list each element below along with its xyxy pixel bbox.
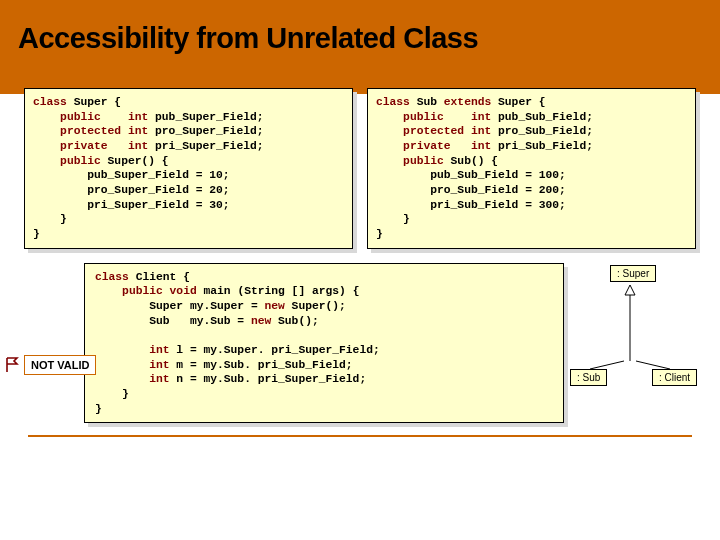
code-box-super: class Super { public int pub_Super_Field… [24, 88, 353, 249]
header-band: Accessibility from Unrelated Class [0, 0, 720, 94]
code-box-client: class Client { public void main (String … [84, 263, 564, 424]
uml-connectors-icon [570, 265, 700, 415]
client-area: class Client { public void main (String … [24, 263, 696, 424]
uml-diagram: : Super : Sub : Client [570, 265, 700, 415]
svg-marker-1 [625, 285, 635, 295]
not-valid-label: NOT VALID [24, 355, 96, 375]
page-title: Accessibility from Unrelated Class [18, 8, 702, 55]
flag-icon [4, 356, 22, 374]
svg-line-2 [590, 361, 624, 369]
code-pair: class Super { public int pub_Super_Field… [0, 88, 720, 249]
svg-line-3 [636, 361, 670, 369]
code-box-sub: class Sub extends Super { public int pub… [367, 88, 696, 249]
not-valid-callout: NOT VALID [4, 355, 96, 375]
footer-rule [28, 435, 692, 437]
